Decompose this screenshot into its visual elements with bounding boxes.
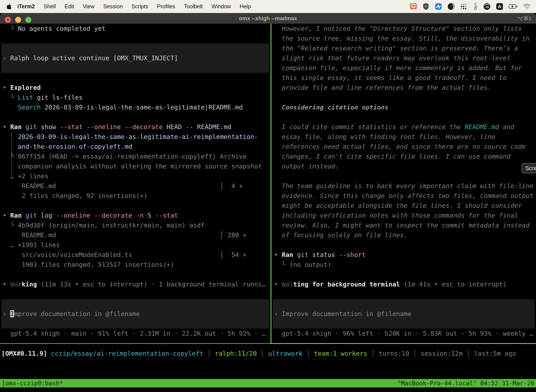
terminal-line: evidence. Since this change only affects… [274, 191, 533, 201]
hook-squiggle-icon[interactable] [472, 3, 478, 10]
terminal-line: • Explored [3, 83, 41, 93]
terminal-line: └ 067f154 (HEAD -> essay/ai-reimplementa… [3, 152, 247, 161]
tmux-session-window[interactable]: [omx-cczip0:bash* [2, 380, 63, 387]
terminal-line: of focusing solely on file lines. [274, 230, 408, 240]
terminal-line: • Waiting for background terminal (1m 41… [274, 280, 507, 289]
battery-icon[interactable] [509, 3, 518, 10]
tmux-status-bar: [omx-cczip0:bash* "MacBook-Pro-44.local"… [0, 379, 536, 387]
screen-overlay-label: Scre [525, 165, 536, 172]
terminal-line: gpt-5.4 xhigh · main · 91% left · 2.31M … [3, 329, 266, 338]
terminal-line: • Working (11m 13s • esc to interrupt) ·… [3, 280, 266, 289]
pane-bottom-border-left [0, 343, 270, 344]
terminal-line: review. Also, I might want to inspect th… [274, 220, 530, 230]
shield-grid-icon[interactable] [422, 3, 429, 10]
desktop: { "palette":{ "menubar":"#f1efe8","title… [0, 0, 536, 392]
terminal-line: 1903 files changed, 513517 insertions(+) [3, 260, 174, 270]
menu-item-toolbelt[interactable]: Toolbelt [180, 0, 207, 13]
apple-menu-icon[interactable] [6, 3, 12, 10]
moon-circle-icon[interactable] [447, 3, 455, 10]
pulse-badge-icon[interactable] [435, 3, 442, 10]
input-source-icon[interactable]: A [496, 3, 503, 10]
battery-percent-icon[interactable]: ..61 [483, 3, 491, 10]
menu-bar: iTerm2ShellEditViewSessionScriptsProfile… [0, 0, 536, 13]
terminal-line: companion file, especially if more comme… [274, 63, 522, 73]
terminal-line: └ (no output) [274, 260, 331, 270]
screen-overlay-button[interactable]: Scre [522, 163, 536, 173]
terminal-line: gpt-5.4 xhigh · 96% left · 520K in · 5.8… [274, 329, 533, 338]
terminal-line: › Improve documentation in @filename [3, 309, 140, 319]
terminal-line: └ 4b9d30f (origin/main, instructkr/main,… [3, 220, 205, 230]
terminal-line: I could cite commit statistics or refere… [274, 122, 514, 132]
status-icons: ..61 A [410, 3, 536, 10]
pane-divider[interactable] [270, 24, 272, 344]
menu-item-view[interactable]: View [78, 0, 99, 13]
menu-item-iterm2[interactable]: iTerm2 [13, 0, 39, 13]
omx-status-line: [OMX#0.11.9] cczip/essay/ai-reimplementa… [1, 349, 516, 359]
input-source-label: A [498, 4, 501, 9]
terminal-line: › Improve documentation in @filename [274, 309, 411, 319]
wifi-icon[interactable] [523, 3, 531, 10]
menu-item-profiles[interactable]: Profiles [153, 0, 179, 13]
terminal-line: README.md │ 4 + [3, 181, 243, 191]
menu-items: iTerm2ShellEditViewSessionScriptsProfile… [13, 0, 255, 13]
terminal-line: provide file and line references from th… [274, 83, 491, 93]
window-shortcut-badge: ⌥⌘1 [517, 13, 531, 24]
terminal-line: Considering citation options [274, 103, 388, 112]
terminal-line: and-the-erosion-of-copyleft.md [3, 142, 132, 152]
window-title: omx --xhigh --madmax [0, 13, 536, 24]
menu-item-session[interactable]: Session [99, 0, 127, 13]
terminal-line: this single essay, it seems like a good … [274, 73, 507, 83]
terminal-line: README.md │ 280 + [3, 230, 247, 240]
menu-item-scripts[interactable]: Scripts [127, 0, 153, 13]
terminal-pane-left[interactable]: └ No agents completed yet› Ralph loop ac… [0, 24, 270, 343]
terminal-line: 2026-03-09-is-legal-the-same-as-legitima… [3, 132, 258, 142]
terminal-line: • Ran git log --oneline --decorate -n 5 … [3, 210, 178, 220]
menu-item-help[interactable]: Help [235, 0, 255, 13]
terminal-line: essay file, along with finding root file… [274, 132, 495, 142]
menu-item-edit[interactable]: Edit [60, 0, 78, 13]
terminal-line: Search 2026-03-09-is-legal-the-same-as-l… [3, 103, 243, 112]
pane-bottom-border-right [270, 343, 536, 344]
terminal-line: › Ralph loop active continue [OMX_TMUX_I… [3, 53, 178, 63]
terminal-line: … +2 lines [3, 171, 48, 181]
terminal-line: • Ran git status --short [274, 250, 366, 260]
terminal-line: … +1901 lines [3, 240, 60, 250]
window-title-bar: omx --xhigh --madmax ⌥⌘1 [0, 13, 536, 24]
terminal-line: The team guideline is to back every impo… [274, 181, 533, 191]
terminal-line: └ No agents completed yet [3, 24, 105, 33]
terminal-line: └ List git ls-files [3, 93, 83, 103]
tmux-host-clock: "MacBook-Pro-44.local" 04:52 31-Mar-26 [397, 380, 534, 387]
terminal-line: slight risk that future readers may over… [274, 53, 511, 63]
terminal-line: 2 files changed, 92 insertions(+) [3, 191, 148, 201]
battery-percent-label: ..61 [485, 5, 489, 9]
chat-app-icon[interactable] [410, 3, 417, 10]
menu-item-window[interactable]: Window [207, 0, 235, 13]
dots-grid-icon[interactable] [460, 3, 467, 10]
terminal-line: references need actual files, and since … [274, 142, 526, 152]
terminal-line: might be acceptable alongside the file l… [274, 201, 522, 210]
terminal-line: src/voice/voiceModeEnabled.ts │ 54 + [3, 250, 247, 260]
terminal-pane-right[interactable]: However, I noticed the "Directory Struct… [272, 24, 536, 343]
terminal-line: the "Related research writing" section i… [274, 43, 518, 53]
terminal-line: the source tree, missing the essay. Stil… [274, 33, 530, 43]
terminal-line: output instead. [274, 161, 339, 171]
terminal-line: including verification notes with those … [274, 210, 518, 220]
terminal-line: • Ran git show --stat --oneline --decora… [3, 122, 231, 132]
terminal-line: changes, I can't cite specific file line… [274, 152, 511, 161]
menu-item-shell[interactable]: Shell [39, 0, 60, 13]
terminal-line: companion analysis without altering the … [3, 161, 262, 171]
terminal-line: However, I noticed the "Directory Struct… [274, 24, 522, 33]
